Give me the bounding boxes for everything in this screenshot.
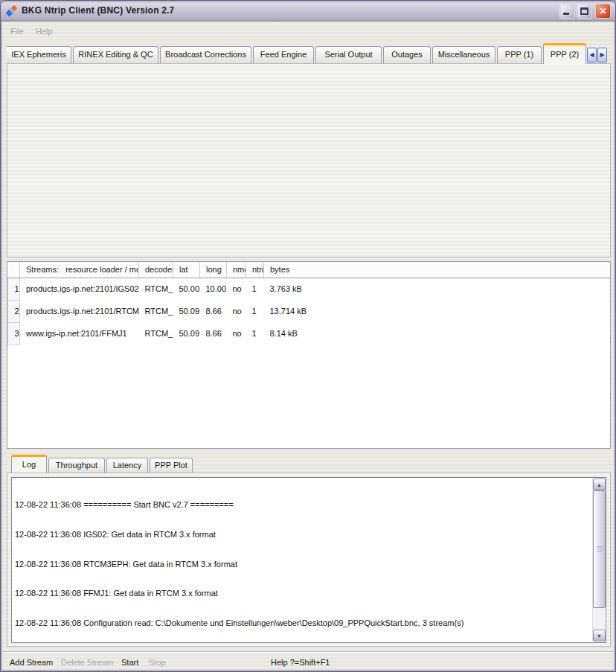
streams-header-decoder: decoder	[139, 262, 173, 278]
delete-stream-button[interactable]: Delete Stream	[61, 658, 113, 667]
start-button[interactable]: Start	[121, 658, 138, 667]
tab-ppp-2[interactable]: PPP (2)	[543, 43, 586, 64]
app-icon	[6, 5, 18, 17]
stream-ntrip[interactable]: 1	[246, 278, 264, 300]
title-bar[interactable]: BKG Ntrip Client (BNC) Version 2.7 ✕	[1, 1, 616, 22]
table-row[interactable]: 1 products.igs-ip.net:2101/IGS02 RTCM_3.…	[8, 278, 611, 300]
streams-header-bytes: bytes	[264, 262, 611, 278]
log-panel: 12-08-22 11:36:08 ========== Start BNC v…	[7, 473, 611, 647]
maximize-button[interactable]	[577, 4, 592, 19]
log-text: 12-08-22 11:36:08 ========== Start BNC v…	[15, 481, 590, 641]
log-line: 12-08-22 11:36:08 FFMJ1: Get data in RTC…	[15, 589, 590, 598]
stream-decoder[interactable]: RTCM_3	[139, 300, 173, 322]
stream-bytes[interactable]: 3.763 kB	[264, 278, 611, 300]
tab-serial-output[interactable]: Serial Output	[315, 46, 382, 63]
stream-long[interactable]: 8.66	[200, 322, 227, 345]
row-number: 3	[8, 322, 20, 345]
row-number: 1	[8, 278, 20, 300]
tab-ppp-1[interactable]: PPP (1)	[497, 46, 542, 63]
stream-bytes[interactable]: 13.714 kB	[264, 300, 611, 322]
scrollbar-thumb[interactable]	[593, 490, 606, 608]
minimize-button[interactable]	[559, 4, 575, 19]
stream-long[interactable]: 8.66	[200, 300, 227, 322]
tab-outages[interactable]: Outages	[383, 46, 431, 63]
tab-rinex-ephemeris[interactable]: IEX Ephemeris	[7, 46, 71, 63]
arrow-left-icon: ◀	[589, 51, 594, 58]
scroll-up-button[interactable]: ▲	[593, 479, 606, 490]
ppp2-panel	[7, 63, 611, 257]
stream-lat[interactable]: 50.00	[173, 278, 200, 300]
stream-nmea[interactable]: no	[227, 322, 246, 345]
add-stream-button[interactable]: Add Stream	[10, 658, 53, 667]
tab-throughput[interactable]: Throughput	[48, 458, 105, 473]
streams-header-ntrip: ntrip	[246, 262, 264, 278]
app-window: BKG Ntrip Client (BNC) Version 2.7 ✕ Fil…	[0, 0, 616, 672]
log-scrollbar[interactable]: ▲ ▼	[592, 479, 605, 641]
arrow-down-icon: ▼	[597, 633, 602, 639]
streams-header-nmea: nmea	[227, 262, 246, 278]
log-line: 12-08-22 11:36:08 Configuration read: C:…	[15, 618, 590, 628]
stream-nmea[interactable]: no	[227, 278, 246, 300]
stream-long[interactable]: 10.00	[200, 278, 227, 300]
arrow-right-icon: ▶	[600, 51, 604, 58]
tab-feed-engine[interactable]: Feed Engine	[253, 46, 314, 63]
stream-decoder[interactable]: RTCM_3.0	[139, 278, 173, 300]
streams-header-mountpoint: Streams: resource loader / mountpoint	[20, 262, 139, 278]
tab-scroll-left-button[interactable]: ◀	[587, 48, 597, 63]
log-line: 12-08-22 11:36:08 IGS02: Get data in RTC…	[15, 530, 590, 540]
menu-bar: File Help	[3, 22, 615, 42]
close-button[interactable]: ✕	[595, 4, 611, 19]
stream-bytes[interactable]: 8.14 kB	[264, 322, 611, 345]
log-line: 12-08-22 11:36:08 ========== Start BNC v…	[15, 500, 590, 510]
stream-mountpoint[interactable]: products.igs-ip.net:2101/IGS02	[20, 278, 139, 300]
tab-broadcast-corrections[interactable]: Broadcast Corrections	[160, 46, 251, 63]
tab-log[interactable]: Log	[11, 455, 47, 473]
table-row[interactable]: 2 products.igs-ip.net:2101/RTCM3EPH RTCM…	[8, 300, 611, 322]
stop-button[interactable]: Stop	[149, 658, 166, 667]
tab-scroll-right-button[interactable]: ▶	[597, 48, 607, 63]
streams-header-lat: lat	[173, 262, 200, 278]
stream-lat[interactable]: 50.09	[173, 322, 200, 345]
streams-header-row: Streams: resource loader / mountpoint de…	[8, 262, 611, 278]
stream-ntrip[interactable]: 1	[246, 322, 264, 345]
stream-decoder[interactable]: RTCM_3.0	[139, 322, 173, 345]
scrollbar-grip-icon	[597, 546, 603, 552]
table-row[interactable]: 3 www.igs-ip.net:2101/FFMJ1 RTCM_3.0 50.…	[8, 322, 611, 345]
menu-file[interactable]: File	[10, 27, 24, 36]
streams-header-long: long	[200, 262, 227, 278]
help-shortcut-label: Help ?=Shift+F1	[271, 658, 330, 667]
streams-table: Streams: resource loader / mountpoint de…	[7, 261, 611, 449]
stream-ntrip[interactable]: 1	[246, 300, 264, 322]
tab-latency[interactable]: Latency	[106, 458, 148, 473]
stream-lat[interactable]: 50.09	[173, 300, 200, 322]
arrow-up-icon: ▲	[597, 482, 602, 487]
window-title: BKG Ntrip Client (BNC) Version 2.7	[22, 5, 175, 16]
log-output: 12-08-22 11:36:08 ========== Start BNC v…	[11, 477, 606, 643]
menu-help[interactable]: Help	[36, 27, 53, 36]
maximize-icon	[580, 7, 588, 15]
scroll-down-button[interactable]: ▼	[593, 630, 606, 641]
stream-mountpoint[interactable]: www.igs-ip.net:2101/FFMJ1	[20, 322, 139, 345]
status-bar: Add Stream Delete Stream Start Stop Help…	[1, 651, 616, 672]
tab-rinex-editing-qc[interactable]: RINEX Editing & QC	[73, 46, 158, 63]
stream-nmea[interactable]: no	[227, 300, 246, 322]
minimize-icon	[563, 13, 569, 15]
log-line: 12-08-22 11:36:08 RTCM3EPH: Get data in …	[15, 560, 590, 569]
tab-miscellaneous[interactable]: Miscellaneous	[432, 46, 495, 63]
close-icon: ✕	[596, 5, 610, 18]
tab-ppp-plot[interactable]: PPP Plot	[150, 458, 193, 473]
streams-header-gutter	[8, 262, 20, 278]
stream-mountpoint[interactable]: products.igs-ip.net:2101/RTCM3EPH	[20, 300, 139, 322]
row-number: 2	[8, 300, 20, 322]
